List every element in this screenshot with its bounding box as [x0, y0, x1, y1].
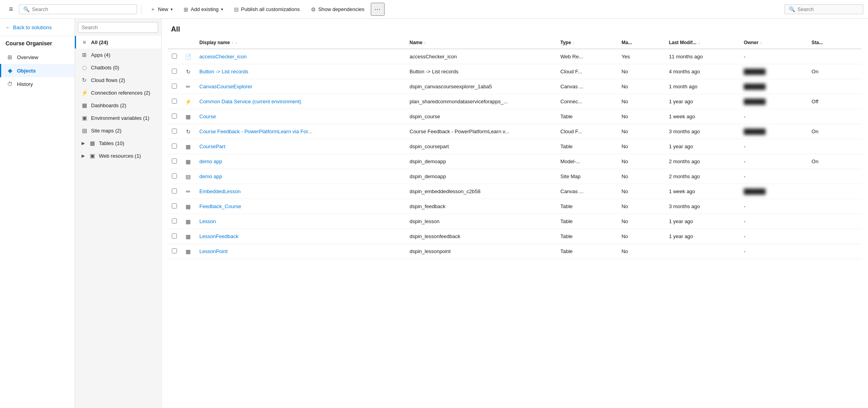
new-button[interactable]: ＋ New ▾ [145, 4, 177, 15]
row-more-cell[interactable]: ⋮ [387, 139, 406, 154]
middle-item-dashboards[interactable]: ▦ Dashboards (2) [75, 99, 161, 112]
middle-search-input[interactable] [78, 22, 158, 33]
row-select-cell[interactable] [168, 169, 181, 184]
publish-button[interactable]: ⊟ Publish all customizations [229, 4, 305, 15]
row-checkbox-2[interactable] [172, 84, 177, 89]
row-more-cell[interactable]: ⋮ [387, 64, 406, 79]
search-right-input[interactable] [797, 6, 864, 12]
row-type-icon-cell: ✏ [181, 79, 195, 94]
row-select-cell[interactable] [168, 124, 181, 139]
back-to-solutions-button[interactable]: ← Back to solutions [0, 19, 74, 36]
row-select-cell[interactable] [168, 184, 181, 199]
row-display-name[interactable]: Button -> List records [195, 64, 387, 79]
webresources-expand-icon[interactable]: ▶ [81, 153, 85, 158]
middle-item-webresources[interactable]: ▶ ▣ Web resources (1) [75, 149, 161, 162]
row-select-cell[interactable] [168, 244, 181, 259]
middle-item-connrefs[interactable]: ⚡ Connection references (2) [75, 86, 161, 99]
row-modified: 2 months ago [665, 154, 740, 169]
row-checkbox-1[interactable] [172, 69, 177, 74]
sidebar-item-history[interactable]: ⏱ History [0, 77, 74, 91]
chevron-down-icon: ▾ [171, 7, 173, 11]
row-select-cell[interactable] [168, 94, 181, 109]
row-select-cell[interactable] [168, 139, 181, 154]
row-checkbox-7[interactable] [172, 158, 177, 164]
add-existing-button[interactable]: ⊞ Add existing ▾ [179, 4, 228, 15]
row-display-name[interactable]: Common Data Service (current environment… [195, 94, 387, 109]
row-display-name[interactable]: EmbeddedLesson [195, 184, 387, 199]
row-select-cell[interactable] [168, 214, 181, 229]
row-select-cell[interactable] [168, 64, 181, 79]
row-select-cell[interactable] [168, 79, 181, 94]
row-type-icon-cell: ▦ [181, 154, 195, 169]
row-name: dspin_coursepart [406, 139, 557, 154]
row-display-name[interactable]: Feedback_Course [195, 199, 387, 214]
row-more-cell[interactable]: ⋮ [387, 169, 406, 184]
sidebar-item-overview[interactable]: ⊞ Overview [0, 50, 74, 64]
row-more-cell[interactable]: ⋮ [387, 214, 406, 229]
row-more-cell[interactable]: ⋮ [387, 94, 406, 109]
row-more-cell[interactable]: ⋮ [387, 49, 406, 64]
row-checkbox-9[interactable] [172, 188, 177, 194]
row-checkbox-12[interactable] [172, 233, 177, 238]
more-options-button[interactable]: ··· [371, 3, 385, 16]
row-display-name[interactable]: Course Feedback - PowerPlatformLearn via… [195, 124, 387, 139]
col-header-modified[interactable]: Last Modif... ↓ [665, 37, 740, 49]
row-display-name[interactable]: demo app [195, 169, 387, 184]
row-display-name[interactable]: Lesson [195, 214, 387, 229]
row-more-cell[interactable]: ⋮ [387, 199, 406, 214]
middle-item-tables[interactable]: ▶ ▦ Tables (10) [75, 137, 161, 149]
col-header-type[interactable]: Type ↓ [556, 37, 617, 49]
row-checkbox-8[interactable] [172, 173, 177, 179]
table-row: 📄 accessChecker_icon ⋮ accessChecker_ico… [168, 49, 862, 64]
row-select-cell[interactable] [168, 199, 181, 214]
hamburger-menu[interactable]: ≡ [5, 3, 17, 16]
row-type: Connec... [556, 94, 617, 109]
row-select-cell[interactable] [168, 49, 181, 64]
col-header-managed[interactable]: Ma... [617, 37, 665, 49]
row-more-cell[interactable]: ⋮ [387, 244, 406, 259]
row-more-cell[interactable]: ⋮ [387, 109, 406, 124]
row-checkbox-13[interactable] [172, 248, 177, 253]
row-select-cell[interactable] [168, 109, 181, 124]
row-display-name[interactable]: CanvasCourseExplorer [195, 79, 387, 94]
row-checkbox-6[interactable] [172, 143, 177, 149]
row-checkbox-11[interactable] [172, 218, 177, 224]
row-select-cell[interactable] [168, 154, 181, 169]
col-header-owner[interactable]: Owner ↓ [740, 37, 808, 49]
row-more-cell[interactable]: ⋮ [387, 229, 406, 244]
row-more-cell[interactable]: ⋮ [387, 184, 406, 199]
sidebar-item-objects[interactable]: ◈ Objects [0, 64, 74, 77]
middle-item-chatbots[interactable]: ◌ Chatbots (0) [75, 61, 161, 74]
row-more-cell[interactable]: ⋮ [387, 124, 406, 139]
row-select-cell[interactable] [168, 229, 181, 244]
row-more-cell[interactable]: ⋮ [387, 154, 406, 169]
show-deps-button[interactable]: ⚙ Show dependencies [306, 4, 369, 15]
toolbar-search-box[interactable]: 🔍 [19, 4, 137, 14]
tables-expand-icon[interactable]: ▶ [81, 141, 85, 146]
row-display-name[interactable]: LessonFeedback [195, 229, 387, 244]
toolbar-search-right[interactable]: 🔍 [784, 4, 863, 14]
row-checkbox-3[interactable] [172, 99, 177, 104]
row-type-icon-cell: ▤ [181, 169, 195, 184]
middle-search-box[interactable] [75, 19, 161, 36]
middle-item-sitemaps[interactable]: ▤ Site maps (2) [75, 124, 161, 137]
row-display-name[interactable]: LessonPoint [195, 244, 387, 259]
row-checkbox-0[interactable] [172, 54, 177, 59]
middle-item-cloudflows[interactable]: ↻ Cloud flows (2) [75, 74, 161, 86]
middle-item-all[interactable]: ≡ All (24) [75, 36, 161, 48]
row-display-name[interactable]: accessChecker_icon [195, 49, 387, 64]
toolbar-search-input[interactable] [32, 6, 133, 12]
row-name: dspin_demoapp [406, 169, 557, 184]
middle-item-apps[interactable]: ⊞ Apps (4) [75, 48, 161, 61]
col-header-display[interactable]: Display name ↑ ↓ [195, 37, 387, 49]
row-checkbox-4[interactable] [172, 114, 177, 119]
row-display-name[interactable]: CoursePart [195, 139, 387, 154]
row-checkbox-10[interactable] [172, 203, 177, 209]
row-type-icon-cell: ⚡ [181, 94, 195, 109]
row-display-name[interactable]: demo app [195, 154, 387, 169]
col-header-name[interactable]: Name ↓ [406, 37, 557, 49]
middle-item-envvars[interactable]: ▣ Environment variables (1) [75, 112, 161, 124]
row-display-name[interactable]: Course [195, 109, 387, 124]
row-checkbox-5[interactable] [172, 129, 177, 134]
row-more-cell[interactable]: ⋮ [387, 79, 406, 94]
